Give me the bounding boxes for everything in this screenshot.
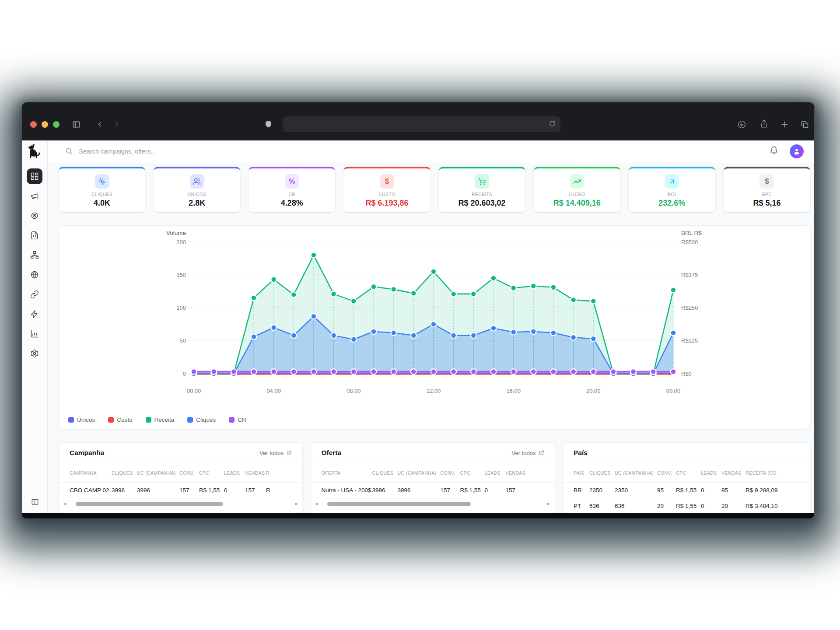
table-title: País — [574, 449, 588, 457]
sidebar-item-flows[interactable] — [27, 247, 42, 263]
browser-titlebar — [22, 102, 814, 140]
table-card-campanha: CampanhaVer todosCAMPANHACLIQUESUC (CAMP… — [59, 442, 303, 513]
sidebar-item-landing-pages[interactable] — [27, 228, 42, 243]
column-header: VENDAS — [721, 463, 742, 483]
table-cell: 0 — [485, 483, 488, 498]
scrollbar-thumb[interactable] — [327, 502, 471, 506]
table-row[interactable]: BR2350235095R$ 1,55095R$ 9.288,09 — [563, 483, 810, 498]
address-bar[interactable] — [283, 116, 560, 132]
minimize-button[interactable] — [42, 121, 48, 128]
scrollbar-track[interactable] — [321, 502, 545, 506]
legend-swatch — [108, 417, 114, 423]
table-cell: PT — [574, 498, 581, 513]
column-header: CPC — [676, 463, 686, 483]
horizontal-scrollbar[interactable]: ◀▶ — [63, 501, 298, 507]
scroll-right-arrow[interactable]: ▶ — [295, 501, 298, 507]
legend-item-únicos[interactable]: Únicos — [68, 416, 95, 423]
scrollbar-thumb[interactable] — [76, 502, 224, 506]
percent-icon: % — [289, 178, 295, 186]
legend-swatch — [146, 417, 151, 423]
svg-text:R$500: R$500 — [681, 239, 698, 245]
volume-chart: 050100150200VolumeR$0R$125R$250R$375R$50… — [59, 226, 811, 430]
view-all-link[interactable]: Ver todos — [512, 450, 544, 456]
sidebar-item-dashboard[interactable] — [27, 168, 42, 184]
table-row[interactable]: CBO CAMP 0239963996157R$ 1,550157R — [59, 483, 302, 498]
bar-chart-icon — [30, 329, 39, 338]
sidebar-item-settings[interactable] — [27, 346, 42, 361]
collapse-sidebar-icon[interactable] — [31, 497, 39, 506]
stat-label: ROI — [668, 192, 676, 197]
table-title: Oferta — [322, 449, 342, 457]
stat-card-roi: ROI232.6% — [629, 167, 715, 212]
megaphone-icon — [30, 192, 39, 200]
scroll-right-arrow[interactable]: ▶ — [547, 501, 550, 507]
table-row[interactable]: PT63663620R$ 1,55020R$ 3.484,10 — [563, 498, 810, 513]
svg-text:100: 100 — [176, 304, 186, 311]
trending-up-icon — [573, 178, 581, 186]
svg-text:08:00: 08:00 — [346, 388, 361, 394]
dollar-icon: $ — [765, 178, 769, 186]
zap-icon — [30, 310, 39, 318]
sidebar-item-offers[interactable] — [27, 208, 42, 224]
sidebar-item-reports[interactable] — [27, 326, 42, 342]
new-tab-icon[interactable] — [780, 120, 789, 129]
user-icon — [792, 147, 801, 156]
legend-swatch — [68, 417, 74, 423]
target-icon — [30, 211, 39, 220]
view-all-link[interactable]: Ver todos — [259, 450, 292, 456]
legend-item-receita[interactable]: Receita — [146, 416, 175, 423]
column-header: VENDAS — [506, 463, 526, 483]
stat-value: 2.8K — [189, 199, 205, 208]
table-cell: 20 — [657, 498, 664, 513]
scroll-left-arrow[interactable]: ◀ — [315, 501, 318, 507]
stat-card-lucro: LUCROR$ 14.409,16 — [534, 167, 620, 212]
table-cell: 3996 — [112, 483, 125, 498]
sidebar-item-campaigns[interactable] — [27, 188, 42, 204]
search-input[interactable] — [78, 147, 262, 155]
column-header: CONV. — [657, 463, 672, 483]
horizontal-scrollbar[interactable]: ◀▶ — [315, 501, 550, 507]
dollar-icon: $ — [385, 178, 389, 186]
sidebar-item-automation[interactable] — [27, 306, 42, 322]
shield-icon — [264, 119, 273, 129]
reload-icon[interactable] — [549, 120, 556, 129]
column-header: LEADS — [701, 463, 717, 483]
stat-label: ÚNICOS — [188, 192, 206, 197]
share-icon[interactable] — [760, 119, 769, 129]
sidebar-item-domains[interactable] — [27, 267, 42, 283]
legend-item-cr[interactable]: CR — [229, 416, 246, 423]
view-all-label: Ver todos — [259, 450, 284, 456]
column-header: CPC — [199, 463, 209, 483]
legend-item-custo[interactable]: Custo — [108, 416, 132, 423]
forward-button[interactable] — [112, 120, 121, 129]
column-header: CLIQUES — [589, 463, 611, 483]
table-header-row: PAÍSCLIQUESUC (CAMPANHA)CONV.CPCLEADSVEN… — [563, 463, 810, 483]
sidebar-toggle-icon[interactable] — [72, 120, 81, 129]
notifications-bell-icon[interactable] — [770, 146, 778, 157]
stat-card-cr: %CR4.28% — [248, 167, 335, 212]
legend-item-cliques[interactable]: Cliques — [187, 416, 216, 423]
back-button[interactable] — [95, 120, 104, 129]
table-cell: 157 — [506, 483, 516, 498]
column-header: PAÍS — [574, 463, 584, 483]
scroll-left-arrow[interactable]: ◀ — [63, 501, 66, 507]
app-logo[interactable] — [22, 140, 48, 162]
svg-text:R$125: R$125 — [681, 337, 698, 344]
tab-overview-icon[interactable] — [800, 120, 809, 129]
close-button[interactable] — [30, 121, 37, 128]
table-cell: 636 — [615, 498, 625, 513]
column-header: UC (CAMPANHA) — [615, 463, 654, 483]
legend-label: CR — [238, 416, 246, 423]
table-row[interactable]: Nutra - USA - 200$39963996157R$ 1,550157 — [311, 483, 555, 498]
svg-text:50: 50 — [180, 337, 186, 344]
user-avatar[interactable] — [790, 144, 804, 158]
sidebar-nav — [22, 163, 48, 513]
zoom-button[interactable] — [53, 121, 60, 128]
external-link-icon — [287, 450, 292, 455]
scrollbar-track[interactable] — [69, 502, 293, 506]
sidebar-item-links[interactable] — [27, 287, 42, 302]
svg-text:R$0: R$0 — [681, 371, 692, 377]
table-card-país: PaísPAÍSCLIQUESUC (CAMPANHA)CONV.CPCLEAD… — [563, 442, 810, 513]
table-card-oferta: OfertaVer todosOFERTACLIQUESUC (CAMPANHA… — [311, 442, 555, 513]
downloads-icon[interactable] — [737, 120, 746, 129]
